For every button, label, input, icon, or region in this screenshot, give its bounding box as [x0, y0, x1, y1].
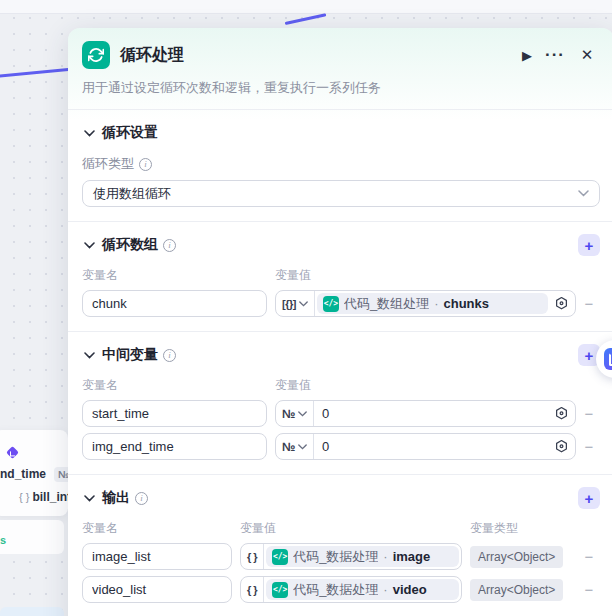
- remove-row-button[interactable]: −: [578, 293, 600, 315]
- reference-field: video: [393, 582, 427, 597]
- ai-assistant-icon: [604, 348, 612, 370]
- variable-name-input[interactable]: [82, 433, 267, 460]
- output-row: { } </> 代码_数据处理 · image Array<Object> −: [82, 543, 600, 570]
- column-header-value: 变量值: [240, 520, 470, 537]
- chevron-down-icon: [578, 190, 589, 197]
- intermediate-var-row: № 0 −: [82, 400, 600, 427]
- info-icon[interactable]: i: [163, 349, 176, 362]
- code-node-icon: </>: [272, 549, 288, 565]
- info-icon[interactable]: i: [163, 239, 176, 252]
- column-header-name: 变量名: [82, 267, 275, 284]
- green-tag-fragment: s: [0, 534, 6, 546]
- section-output: 输出 i + 变量名 变量值 变量类型 { } </> 代码_数据处理 · im: [68, 475, 612, 616]
- info-icon[interactable]: i: [135, 492, 148, 505]
- chevron-down-icon[interactable]: [82, 348, 96, 362]
- variable-name-input[interactable]: [82, 576, 232, 603]
- section-title: 循环数组: [102, 236, 158, 254]
- reference-separator: ·: [383, 549, 387, 564]
- column-header-type: 变量类型: [470, 520, 518, 537]
- reference-field: chunks: [443, 296, 489, 311]
- output-row: { } </> 代码_数据处理 · video Array<Object> −: [82, 576, 600, 603]
- code-node-icon: </>: [323, 296, 339, 312]
- variable-value[interactable]: 0: [314, 406, 550, 421]
- chevron-down-icon[interactable]: [82, 126, 96, 140]
- variable-reference-chip[interactable]: </> 代码_数据处理 · image: [266, 546, 459, 567]
- variable-name-input[interactable]: [82, 400, 267, 427]
- reference-field: image: [393, 549, 431, 564]
- reference-separator: ·: [383, 582, 387, 597]
- variable-name-input[interactable]: [82, 290, 267, 317]
- canvas-top-strip: [0, 0, 612, 14]
- loop-array-row: [{}] </> 代码_数组处理 · chunks: [82, 290, 600, 317]
- variable-value[interactable]: 0: [314, 439, 550, 454]
- section-loop-settings: 循环设置 循环类型 i 使用数组循环: [68, 110, 612, 221]
- variable-type-selector[interactable]: №: [276, 401, 314, 426]
- object-glyph: { }: [19, 491, 29, 503]
- variable-reference-chip[interactable]: </> 代码_数据处理 · video: [266, 579, 459, 600]
- run-button[interactable]: ▶: [514, 42, 540, 68]
- reference-source: 代码_数组处理: [344, 295, 429, 313]
- background-node-fragment: [0, 607, 64, 616]
- variable-type-selector[interactable]: [{}]: [276, 291, 315, 316]
- loop-type-label: 循环类型 i: [82, 155, 600, 173]
- variable-name-input[interactable]: [82, 543, 232, 570]
- loop-node-config-panel: 循环处理 ▶ ··· ✕ 用于通过设定循环次数和逻辑，重复执行一系列任务 循环设…: [68, 28, 612, 616]
- remove-row-button[interactable]: −: [578, 579, 600, 601]
- section-title: 输出: [102, 489, 130, 507]
- section-loop-array: 循环数组 i + 变量名 变量值 [{}] </> 代码_数组处理 ·: [68, 222, 612, 331]
- settings-icon[interactable]: [554, 296, 569, 311]
- intermediate-var-row: № 0 −: [82, 433, 600, 460]
- reference-source: 代码_数据处理: [293, 548, 378, 566]
- add-output-button[interactable]: +: [578, 487, 600, 509]
- variable-type-badge: Array<Object>: [470, 546, 563, 568]
- reference-source: 代码_数据处理: [293, 581, 378, 599]
- column-header-name: 变量名: [82, 520, 240, 537]
- background-node-card[interactable]: [0, 520, 64, 554]
- section-title: 中间变量: [102, 346, 158, 364]
- chevron-down-icon: [298, 411, 307, 417]
- page-title: 循环处理: [120, 45, 514, 66]
- column-header-value: 变量值: [275, 267, 311, 284]
- variable-reference-chip[interactable]: </> 代码_数组处理 · chunks: [317, 293, 548, 314]
- remove-row-button[interactable]: −: [578, 436, 600, 458]
- chevron-down-icon: [299, 301, 308, 307]
- close-button[interactable]: ✕: [574, 42, 600, 68]
- column-header-name: 变量名: [82, 377, 275, 394]
- reference-separator: ·: [434, 296, 438, 311]
- add-loop-array-button[interactable]: +: [578, 234, 600, 256]
- column-header-value: 变量值: [275, 377, 311, 394]
- remove-row-button[interactable]: −: [578, 403, 600, 425]
- info-icon[interactable]: i: [139, 158, 152, 171]
- code-node-icon: </>: [272, 582, 288, 598]
- more-menu-button[interactable]: ···: [540, 42, 570, 68]
- variable-type-selector[interactable]: { }: [241, 544, 264, 569]
- chevron-down-icon: [298, 444, 307, 450]
- settings-icon[interactable]: [554, 406, 569, 421]
- loop-type-select[interactable]: 使用数组循环: [82, 180, 600, 207]
- chevron-down-icon[interactable]: [82, 238, 96, 252]
- section-intermediate-vars: 中间变量 i + 变量名 变量值 № 0 −: [68, 332, 612, 474]
- variable-type-badge: Array<Object>: [470, 579, 563, 601]
- variable-type-selector[interactable]: №: [276, 434, 314, 459]
- settings-icon[interactable]: [554, 439, 569, 454]
- variable-type-selector[interactable]: { }: [241, 577, 264, 602]
- section-title: 循环设置: [102, 124, 158, 142]
- loop-icon: [82, 41, 110, 69]
- node-description: 用于通过设定循环次数和逻辑，重复执行一系列任务: [82, 70, 600, 109]
- chevron-down-icon[interactable]: [82, 491, 96, 505]
- panel-header: 循环处理 ▶ ··· ✕ 用于通过设定循环次数和逻辑，重复执行一系列任务: [68, 28, 612, 109]
- remove-row-button[interactable]: −: [578, 546, 600, 568]
